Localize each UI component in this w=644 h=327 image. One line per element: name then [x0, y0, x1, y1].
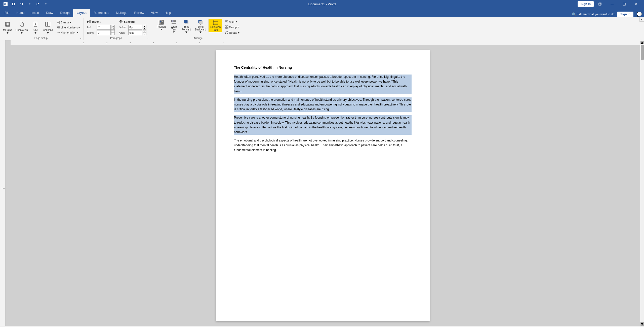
paragraph-dialog-launcher[interactable]: ⌐ [147, 37, 149, 40]
tab-layout[interactable]: Layout [73, 9, 90, 17]
tab-draw[interactable]: Draw [43, 9, 57, 17]
svg-rect-3 [623, 3, 625, 5]
spacing-after-spin[interactable]: ▲ ▼ [143, 30, 146, 35]
rotate-dropdown-icon [238, 32, 239, 33]
hyphenation-btn[interactable]: a- Hyphenation [56, 30, 81, 34]
redo-btn[interactable] [34, 1, 41, 8]
save-quick-btn[interactable] [10, 1, 17, 8]
align-btn[interactable]: Align [223, 19, 241, 24]
group-btn[interactable]: Group [223, 25, 241, 30]
arrange-controls: Position WrapText [155, 19, 241, 36]
undo-btn[interactable] [18, 1, 25, 8]
sign-in-ribbon-btn[interactable]: Sign in [617, 12, 633, 17]
spacing-before-input[interactable] [128, 25, 142, 30]
doc-main: 1234567 The Centrality of Health in Nurs… [6, 40, 640, 326]
wrap-text-btn[interactable]: WrapText [168, 19, 179, 34]
tab-references[interactable]: References [90, 9, 112, 17]
tab-design[interactable]: Design [57, 9, 73, 17]
spacing-before-spin[interactable]: ▲ ▼ [143, 25, 146, 30]
scrollbar-vertical[interactable]: ▲ ▼ [640, 40, 644, 326]
rotate-icon [225, 31, 228, 34]
collapse-ribbon-btn[interactable]: ▲ [639, 17, 644, 22]
tab-help[interactable]: Help [161, 9, 175, 17]
customize-qa-btn[interactable] [42, 1, 49, 8]
indent-right-spin[interactable]: ▲ ▼ [111, 30, 115, 35]
tab-file[interactable]: File [1, 9, 13, 17]
title-bar-title: Document1 - Word [308, 2, 336, 6]
svg-marker-31 [120, 20, 122, 21]
orientation-btn[interactable]: Orientation [14, 20, 29, 35]
send-backward-label: SendBackward [195, 25, 206, 31]
svg-rect-37 [160, 22, 161, 24]
svg-text:1: 1 [57, 26, 58, 28]
svg-rect-16 [48, 22, 50, 26]
line-numbers-label: Line Numbers [61, 26, 78, 29]
scroll-up-btn[interactable]: ▲ [640, 41, 644, 44]
tab-review[interactable]: Review [131, 9, 147, 17]
ribbon-tab-bar: File Home Insert Draw Design Layout Refe… [0, 8, 644, 17]
paragraph-controls: Indent Left: ▲ ▼ Right: ▲ ▼ [85, 19, 148, 36]
indent-right-input[interactable] [97, 30, 111, 35]
indent-left-down[interactable]: ▼ [111, 27, 115, 30]
close-btn[interactable]: ✕ [630, 0, 642, 8]
spacing-before-up[interactable]: ▲ [143, 25, 146, 27]
send-backward-dropdown-icon [199, 31, 202, 33]
indent-decrease-icon [87, 20, 91, 24]
line-numbers-btn[interactable]: 1 Line Numbers [56, 25, 81, 29]
sign-in-button[interactable]: Sign in [578, 1, 594, 7]
document-area: 1 2 3 4 1234567 The Centrality of Health… [0, 40, 644, 326]
selection-pane-label: SelectionPane [210, 26, 221, 31]
page-setup-dialog-launcher[interactable]: ⌐ [80, 37, 82, 40]
indent-label: Indent [92, 20, 100, 23]
columns-icon [45, 21, 51, 28]
size-btn[interactable]: Size [30, 20, 41, 35]
spacing-after-input[interactable] [128, 30, 142, 35]
restore-down-btn[interactable] [594, 0, 606, 8]
tab-view[interactable]: View [148, 9, 161, 17]
comments-btn[interactable]: 💬 [636, 12, 642, 17]
indent-left-input[interactable] [97, 25, 111, 30]
indent-right-down[interactable]: ▼ [111, 33, 115, 35]
ribbon-group-page-setup: Margins Orientation Size [0, 18, 84, 40]
document-title: The Centrality of Health in Nursing [234, 65, 412, 69]
svg-rect-19 [57, 23, 60, 24]
rotate-btn[interactable]: Rotate [223, 30, 241, 35]
tab-home[interactable]: Home [13, 9, 28, 17]
search-placeholder[interactable]: Tell me what you want to do [577, 13, 614, 16]
tab-mailings[interactable]: Mailings [112, 9, 131, 17]
scroll-down-btn[interactable]: ▼ [640, 322, 644, 326]
maximize-btn[interactable] [618, 0, 630, 8]
svg-rect-10 [21, 23, 23, 26]
send-backward-btn[interactable]: SendBackward [193, 19, 208, 34]
svg-rect-38 [162, 21, 163, 22]
position-icon [158, 19, 164, 25]
group-dropdown-icon [237, 27, 239, 28]
indent-left-up[interactable]: ▲ [111, 25, 115, 27]
position-label: Position [157, 25, 166, 28]
bring-forward-btn[interactable]: BringForward [180, 19, 193, 34]
wrap-text-label: WrapText [171, 25, 177, 31]
breaks-btn[interactable]: Breaks [56, 20, 81, 24]
margins-btn[interactable]: Margins [2, 20, 14, 35]
undo-dropdown-btn[interactable] [26, 1, 33, 8]
spacing-after-row: After: ▲ ▼ [119, 30, 146, 35]
svg-rect-39 [162, 22, 163, 24]
indent-right-up[interactable]: ▲ [111, 30, 115, 33]
group-icon [225, 25, 228, 29]
spacing-before-down[interactable]: ▼ [143, 27, 146, 30]
scroll-thumb[interactable] [641, 45, 644, 60]
columns-btn[interactable]: Columns [42, 20, 54, 35]
tab-insert[interactable]: Insert [28, 9, 43, 17]
spacing-after-down[interactable]: ▼ [143, 33, 146, 35]
svg-text:W: W [4, 3, 7, 6]
selection-pane-btn[interactable]: SelectionPane [209, 19, 222, 32]
svg-rect-63 [227, 27, 228, 29]
indent-left-spin[interactable]: ▲ ▼ [111, 25, 115, 30]
svg-rect-61 [227, 26, 228, 27]
spacing-before-label: Before: [119, 26, 128, 29]
align-dropdown-icon [236, 21, 237, 22]
spacing-after-up[interactable]: ▲ [143, 30, 146, 33]
spacing-after-label: After: [119, 31, 128, 34]
position-btn[interactable]: Position [155, 19, 167, 31]
minimize-btn[interactable]: — [606, 0, 618, 8]
